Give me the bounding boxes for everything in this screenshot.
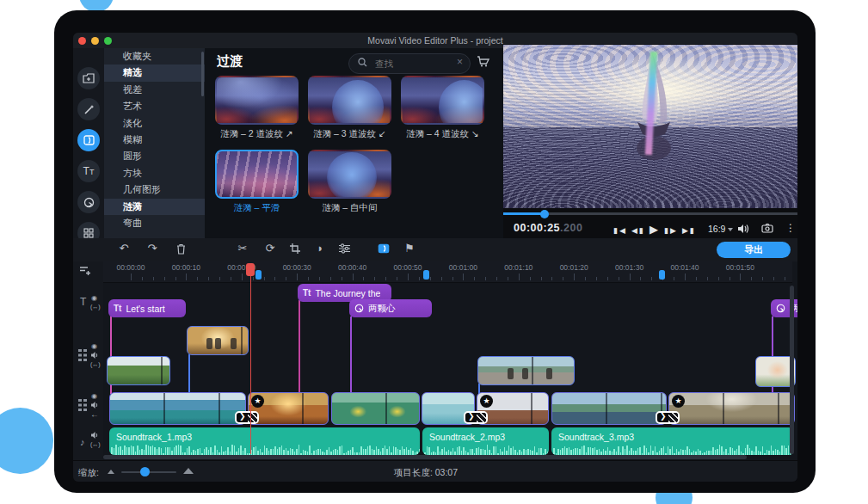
clip-transition-badge[interactable]: ❯ bbox=[235, 411, 259, 424]
filters-button[interactable] bbox=[77, 98, 100, 120]
playhead-handle[interactable] bbox=[246, 263, 255, 276]
properties-button[interactable] bbox=[336, 243, 352, 254]
seek-bar[interactable] bbox=[503, 212, 797, 215]
delete-button[interactable] bbox=[173, 243, 188, 255]
category-item-3[interactable]: 视差 bbox=[104, 82, 205, 98]
video-clip[interactable] bbox=[109, 392, 246, 425]
video-clip[interactable]: ★ bbox=[668, 392, 795, 425]
transition-thumbnail[interactable] bbox=[215, 150, 299, 199]
playback-controls: 00:00:25.200 ▮◀ ◀▮ ▶ ▮▶ ▶▮ 16:9 ⋮ bbox=[503, 219, 797, 238]
audio-clip[interactable]: Soundtrack_3.mp3 bbox=[551, 427, 794, 455]
play-button[interactable]: ▶ bbox=[649, 223, 660, 236]
status-bar: 缩放: 项目长度: 03:07 bbox=[73, 460, 797, 482]
overlay-clip[interactable] bbox=[187, 326, 249, 355]
category-item-5[interactable]: 淡化 bbox=[104, 115, 205, 132]
split-button[interactable]: ✂ bbox=[235, 242, 250, 255]
timeline-marker[interactable] bbox=[255, 270, 262, 280]
overlay-clip[interactable] bbox=[477, 356, 575, 385]
audio-clip[interactable]: Soundtrack_1.mp3 bbox=[109, 427, 420, 455]
title-clip-label: Let's start bbox=[126, 304, 164, 314]
title-clip[interactable]: TtLet's start bbox=[108, 299, 186, 317]
zoom-out-button[interactable] bbox=[108, 470, 114, 474]
zoom-slider-handle[interactable] bbox=[140, 467, 150, 476]
undo-button[interactable]: ↶ bbox=[116, 242, 132, 255]
transition-thumbnail[interactable] bbox=[308, 76, 391, 125]
snapshot-icon[interactable] bbox=[761, 224, 773, 233]
category-item-11[interactable]: 弯曲 bbox=[104, 215, 205, 231]
crop-button[interactable] bbox=[287, 243, 303, 254]
skip-end-button[interactable]: ▶▮ bbox=[682, 226, 696, 235]
seek-handle[interactable] bbox=[540, 210, 549, 218]
color-adjust-button[interactable]: ◑ bbox=[311, 242, 327, 255]
video-clip[interactable]: ★ bbox=[248, 392, 329, 425]
clear-search-icon[interactable]: × bbox=[457, 56, 463, 68]
transition-thumbnail[interactable] bbox=[401, 76, 484, 125]
timeline-marker[interactable] bbox=[659, 270, 665, 280]
search-icon bbox=[358, 58, 367, 67]
transitions-panel: 过渡 × 涟漪 – 2 道波纹 ↗涟漪 – 3 道波纹 ↙涟漪 – 4 道波纹 … bbox=[205, 48, 503, 238]
transition-wizard-button[interactable] bbox=[376, 243, 391, 254]
title-clip-label: 两颗心 bbox=[368, 303, 396, 315]
category-item-10[interactable]: 涟漪 bbox=[104, 199, 205, 215]
transition-card[interactable]: 涟漪 – 2 道波纹 ↗ bbox=[215, 76, 299, 140]
audio-clip-name: Soundtrack_3.mp3 bbox=[558, 432, 634, 442]
category-scrollbar[interactable] bbox=[201, 52, 204, 96]
transition-card[interactable]: 涟漪 – 3 道波纹 ↙ bbox=[308, 76, 391, 140]
clip-link-line bbox=[188, 354, 190, 394]
preview-video[interactable] bbox=[503, 45, 797, 208]
next-frame-button[interactable]: ▮▶ bbox=[664, 226, 678, 235]
category-item-1[interactable]: 收藏夹 bbox=[104, 48, 205, 65]
marker-flag-button[interactable]: ⚑ bbox=[402, 242, 417, 255]
transition-card[interactable]: 涟漪 – 平滑 bbox=[215, 150, 299, 214]
chevron-down-icon bbox=[728, 228, 733, 231]
transition-card[interactable]: 涟漪 – 自中间 bbox=[308, 150, 391, 214]
transition-thumbnail[interactable] bbox=[308, 150, 391, 199]
redo-button[interactable]: ↷ bbox=[145, 242, 160, 255]
zoom-in-button[interactable] bbox=[183, 468, 194, 474]
search-input[interactable] bbox=[373, 56, 449, 71]
titles-button[interactable]: TT bbox=[77, 160, 100, 182]
category-item-4[interactable]: 艺术 bbox=[104, 98, 205, 114]
transition-card[interactable]: 涟漪 – 4 道波纹 ↘ bbox=[401, 76, 484, 140]
transition-thumbnail[interactable] bbox=[215, 76, 299, 125]
prev-frame-button[interactable]: ◀▮ bbox=[631, 226, 645, 235]
category-item-8[interactable]: 方块 bbox=[104, 165, 205, 181]
category-item-9[interactable]: 几何图形 bbox=[104, 181, 205, 198]
video-clip[interactable] bbox=[551, 392, 667, 425]
media-rail: TT bbox=[73, 48, 104, 238]
search-box[interactable]: × bbox=[348, 53, 471, 74]
overlay-clip[interactable] bbox=[107, 356, 170, 385]
project-length: 项目长度: 03:07 bbox=[357, 467, 495, 479]
more-options-icon[interactable]: ⋮ bbox=[785, 222, 796, 234]
preview-panel: 00:00:25.200 ▮◀ ◀▮ ▶ ▮▶ ▶▮ 16:9 ⋮ bbox=[503, 44, 797, 238]
edit-toolbar: ↶ ↷ ✂ ⟳ ◑ ⚑ 导出 bbox=[73, 238, 797, 261]
audio-clip-name: Soundtrack_1.mp3 bbox=[116, 432, 192, 442]
category-item-7[interactable]: 圆形 bbox=[104, 148, 205, 164]
transitions-button[interactable] bbox=[77, 129, 100, 151]
skip-start-button[interactable]: ▮◀ bbox=[613, 226, 627, 235]
transition-label: 涟漪 – 平滑 bbox=[215, 202, 299, 214]
transition-label: 涟漪 – 3 道波纹 ↙ bbox=[308, 128, 391, 140]
volume-icon[interactable] bbox=[737, 224, 749, 234]
transition-stripes bbox=[668, 413, 678, 422]
audio-clip[interactable]: Soundtrack_2.mp3 bbox=[422, 427, 549, 455]
category-item-6[interactable]: 模糊 bbox=[104, 132, 205, 148]
category-item-2[interactable]: 精选 bbox=[104, 65, 205, 81]
zoom-label: 缩放: bbox=[78, 467, 99, 479]
store-cart-icon[interactable] bbox=[477, 56, 489, 67]
rotate-button[interactable]: ⟳ bbox=[262, 242, 278, 255]
title-clip[interactable]: 两颗心 bbox=[349, 299, 432, 317]
clock-icon bbox=[354, 304, 364, 313]
stickers-button[interactable] bbox=[77, 191, 100, 213]
video-clip[interactable] bbox=[331, 392, 420, 425]
timeline-marker[interactable] bbox=[423, 270, 429, 280]
timeline-vertical-scrollbar[interactable] bbox=[790, 286, 794, 454]
timeline: T ◉ (↔) ◉ (↔) ◉ ← ♪ (↔) 00: bbox=[73, 261, 797, 460]
clip-frame-divider bbox=[478, 357, 574, 384]
export-button[interactable]: 导出 bbox=[717, 242, 791, 258]
timeline-horizontal-scrollbar[interactable] bbox=[103, 455, 747, 459]
clip-transition-badge[interactable]: ❯ bbox=[464, 411, 488, 424]
aspect-ratio-dropdown[interactable]: 16:9 bbox=[708, 224, 733, 234]
import-media-button[interactable] bbox=[77, 67, 100, 89]
clip-transition-badge[interactable]: ❯ bbox=[656, 411, 680, 424]
